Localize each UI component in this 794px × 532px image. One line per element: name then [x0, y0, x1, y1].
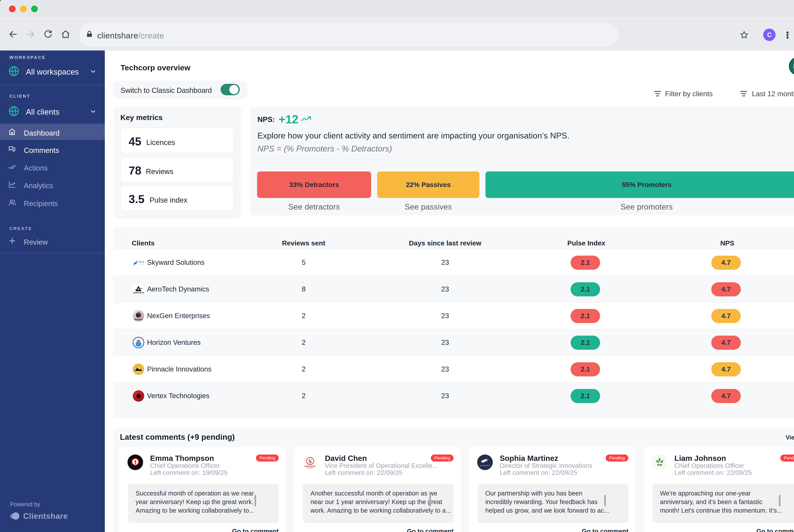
svg-text:SKYWARD: SKYWARD [139, 261, 144, 263]
svg-text:AEROTECH: AEROTECH [133, 292, 144, 294]
svg-text:ASCEND: ASCEND [480, 465, 490, 467]
svg-text:INNOVACORE: INNOVACORE [305, 466, 316, 467]
svg-text:S: S [308, 458, 312, 465]
svg-text:SOLUTIONS: SOLUTIONS [139, 263, 144, 265]
svg-text:NEXGEN: NEXGEN [134, 319, 143, 321]
